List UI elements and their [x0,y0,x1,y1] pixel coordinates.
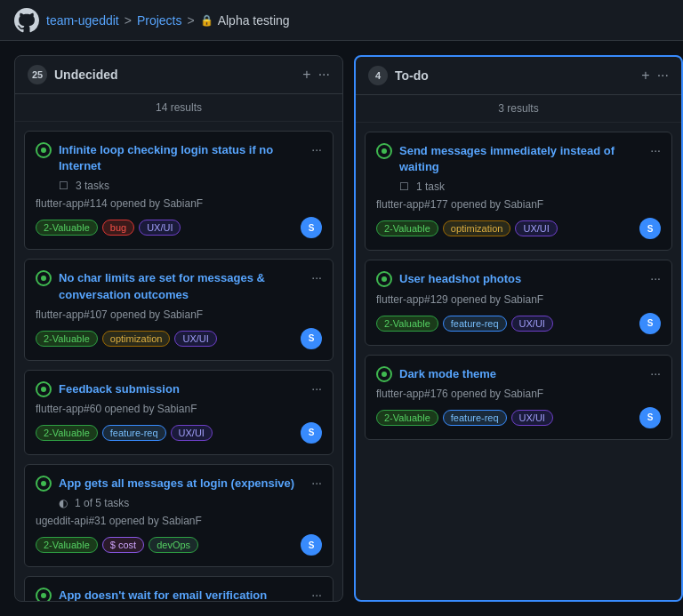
card-meta: flutter-app#129 opened by SabianF [376,293,661,306]
card-menu-button[interactable]: ··· [311,270,322,284]
column-results: 14 results [15,94,342,122]
card-title: Dark mode theme [399,366,643,382]
current-project: 🔒 Alpha testing [200,13,290,28]
org-link[interactable]: team-ugeddit [46,13,119,28]
github-logo [14,8,39,33]
card-labels: 2-Valuablefeature-reqUX/UI [376,316,553,332]
card-labels: 2-Valuablefeature-reqUX/UI [376,410,553,426]
label: UX/UI [171,425,213,441]
label: feature-req [102,425,166,441]
label: feature-req [443,410,507,426]
projects-link[interactable]: Projects [137,13,182,28]
open-issue-icon [36,588,52,601]
card-menu-button[interactable]: ··· [311,476,322,490]
open-issue-icon [376,143,392,159]
label: optimization [102,331,171,347]
column-menu-button[interactable]: ··· [318,67,330,83]
card-tasks: ☐ 3 tasks [36,180,322,192]
column-cards: Send messages immediately instead of wai… [356,123,681,600]
avatar: S [301,328,322,349]
open-issue-icon [36,476,52,492]
card-header: Infinite loop checking login status if n… [36,142,322,174]
card[interactable]: User headshot photos···flutter-app#129 o… [365,260,672,345]
card[interactable]: No char limits are set for messages & co… [24,259,333,360]
card-meta: flutter-app#176 opened by SabianF [376,388,661,400]
card[interactable]: Infinite loop checking login status if n… [24,131,333,250]
label: 2-Valuable [36,425,98,441]
column-title: Undecided [54,68,295,82]
task-icon: ◐ [59,497,68,509]
card-footer: 2-ValuableoptimizationUX/UIS [36,328,322,349]
column-actions[interactable]: +··· [641,68,669,84]
card[interactable]: Feedback submission···flutter-app#60 ope… [24,370,333,455]
card-menu-button[interactable]: ··· [311,142,322,156]
project-title: Alpha testing [218,13,290,28]
card-menu-button[interactable]: ··· [650,143,661,157]
card[interactable]: App gets all messages at login (expensiv… [24,464,333,567]
label: 2-Valuable [376,410,438,426]
card-footer: 2-ValuablebugUX/UIS [36,217,322,238]
card-title: App gets all messages at login (expensiv… [59,476,304,492]
column-actions[interactable]: +··· [302,67,330,83]
card-labels: 2-ValuablebugUX/UI [36,220,181,236]
avatar: S [301,422,322,444]
card-title: App doesn't wait for email verification [59,588,304,601]
card[interactable]: Send messages immediately instead of wai… [365,132,672,251]
card-labels: 2-ValuableoptimizationUX/UI [36,331,217,347]
card-header: App gets all messages at login (expensiv… [36,476,322,492]
card-menu-button[interactable]: ··· [311,588,322,601]
label: 2-Valuable [36,537,98,553]
card-meta: ugeddit-api#31 opened by SabianF [36,515,322,527]
card-menu-button[interactable]: ··· [311,381,322,396]
sep2: > [187,13,194,28]
card-tasks: ◐ 1 of 5 tasks [36,497,322,509]
card-footer: 2-Valuablefeature-reqUX/UIS [36,422,322,444]
card-header: No char limits are set for messages & co… [36,270,322,302]
card-menu-button[interactable]: ··· [650,271,661,285]
label: UX/UI [515,220,557,236]
label: 2-Valuable [36,220,98,236]
task-icon: ☐ [399,180,409,193]
task-icon: ☐ [59,180,68,192]
lock-icon: 🔒 [200,14,213,27]
label: $ cost [102,537,144,553]
card-header: Dark mode theme··· [376,366,661,382]
label: 2-Valuable [376,316,438,332]
add-card-button[interactable]: + [302,67,310,83]
card-footer: 2-Valuablefeature-reqUX/UIS [376,313,661,334]
card-title: User headshot photos [399,271,643,287]
open-issue-icon [376,271,392,287]
label: UX/UI [511,410,553,426]
open-issue-icon [376,366,392,382]
card-title: Feedback submission [59,381,304,397]
card-header: Send messages immediately instead of wai… [376,143,661,175]
column-undecided: 25Undecided+···14 resultsInfinite loop c… [14,55,343,602]
card-footer: 2-Valuablefeature-reqUX/UIS [376,407,661,428]
card-menu-button[interactable]: ··· [650,366,661,380]
card-header: User headshot photos··· [376,271,661,287]
add-card-button[interactable]: + [641,68,649,84]
open-issue-icon [36,142,52,158]
card-title: Send messages immediately instead of wai… [399,143,643,175]
card[interactable]: Dark mode theme···flutter-app#176 opened… [365,355,672,440]
column-todo: 4To-do+···3 resultsSend messages immedia… [354,55,683,602]
label: 2-Valuable [36,331,98,347]
column-menu-button[interactable]: ··· [657,68,669,84]
column-cards: Infinite loop checking login status if n… [15,122,342,601]
card-meta: flutter-app#114 opened by SabianF [36,197,322,210]
card-title: No char limits are set for messages & co… [59,270,304,302]
open-issue-icon [36,381,52,397]
card-tasks: ☐ 1 task [376,180,661,193]
column-title: To-do [395,68,634,83]
card[interactable]: App doesn't wait for email verification·… [24,576,333,601]
label: UX/UI [139,220,181,236]
column-count: 4 [368,66,388,85]
column-results: 3 results [356,95,681,123]
avatar: S [301,217,322,238]
open-issue-icon [36,270,52,286]
card-footer: 2-Valuable$ costdevOpsS [36,534,322,556]
card-meta: flutter-app#107 opened by SabianF [36,308,322,321]
label: UX/UI [174,331,216,347]
breadcrumb: team-ugeddit > Projects > 🔒 Alpha testin… [46,13,290,28]
column-header: 25Undecided+··· [15,56,342,94]
